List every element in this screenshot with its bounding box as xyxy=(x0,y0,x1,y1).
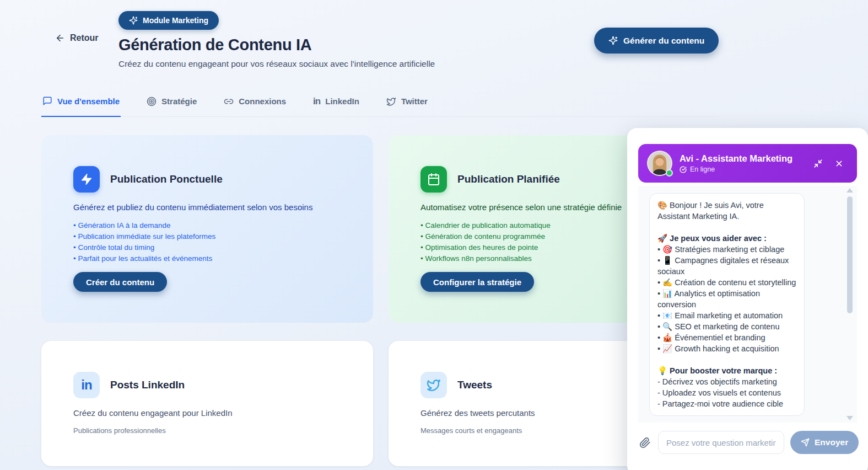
scrollbar-thumb[interactable] xyxy=(847,196,853,313)
header-block: Module Marketing Génération de Contenu I… xyxy=(118,11,435,69)
paperclip-icon xyxy=(639,437,651,448)
scroll-up-arrow[interactable] xyxy=(847,188,853,193)
page: Retour Module Marketing Génération de Co… xyxy=(0,0,868,470)
card-posts-linkedin: in Posts LinkedIn Créez du contenu engag… xyxy=(41,341,373,466)
card-description: Créez du contenu engageant pour LinkedIn xyxy=(73,408,341,418)
card-title: Posts LinkedIn xyxy=(110,379,185,391)
avatar xyxy=(647,151,672,176)
tab-label: Connexions xyxy=(239,97,286,106)
card-description: Générez et publiez du contenu immédiatem… xyxy=(73,202,341,212)
generate-content-button[interactable]: Générer du contenu xyxy=(594,28,719,54)
check-circle-icon xyxy=(680,166,687,173)
chat-message-line: • ✍️ Création de contenu et storytelling xyxy=(657,277,796,288)
chat-message-heading: 💡 Pour booster votre marque : xyxy=(657,365,796,376)
send-button-label: Envoyer xyxy=(815,437,848,447)
card-title: Publication Ponctuelle xyxy=(110,173,223,185)
card-note: Publications professionnelles xyxy=(73,426,341,435)
tab-label: LinkedIn xyxy=(325,97,359,106)
tab-strategie[interactable]: Stratégie xyxy=(145,94,198,116)
chat-message-line: • 🎪 Événementiel et branding xyxy=(657,332,796,343)
scroll-down-arrow[interactable] xyxy=(847,416,853,420)
minimize-icon xyxy=(813,159,823,168)
twitter-icon xyxy=(420,372,447,398)
feature-item: Contrôle total du timing xyxy=(73,242,341,253)
module-badge-label: Module Marketing xyxy=(143,16,208,25)
message-spacer xyxy=(657,222,796,233)
chat-message-line: • 📈 Growth hacking et acquisition xyxy=(657,343,796,354)
cards-grid: Publication Ponctuelle Générez et publie… xyxy=(41,135,720,466)
chat-widget: Avi - Assistante Marketing En ligne xyxy=(627,128,868,470)
feature-list: Génération IA à la demande Publication i… xyxy=(73,220,341,264)
card-title: Tweets xyxy=(457,379,492,391)
chat-message-line: • 📧 Email marketing et automation xyxy=(657,310,796,321)
chat-message-line: 🎨 Bonjour ! Je suis Avi, votre Assistant… xyxy=(657,200,796,222)
tab-bar: Vue d'ensemble Stratégie Connexions in L… xyxy=(41,94,718,117)
generate-content-label: Générer du contenu xyxy=(623,36,704,46)
chat-header: Avi - Assistante Marketing En ligne xyxy=(638,144,857,183)
link-icon xyxy=(224,97,234,106)
chat-message-line: - Décrivez vos objectifs marketing xyxy=(657,376,796,387)
sparkles-icon xyxy=(129,16,138,25)
chat-message-line: - Uploadez vos visuels et contenus xyxy=(657,387,796,398)
card-title: Publication Planifiée xyxy=(457,173,560,185)
chat-assistant-name: Avi - Assistante Marketing xyxy=(680,153,792,164)
chat-message-line: • 📊 Analytics et optimisation conversion xyxy=(657,288,796,310)
lightning-icon xyxy=(73,166,100,193)
sparkles-icon xyxy=(608,36,618,45)
tab-linkedin[interactable]: in LinkedIn xyxy=(312,94,360,116)
page-subtitle: Créez du contenu engageant pour vos rése… xyxy=(118,59,435,69)
chat-message-line: • 🎯 Stratégies marketing et ciblage xyxy=(657,244,796,255)
linkedin-icon: in xyxy=(73,372,100,398)
tab-twitter[interactable]: Twitter xyxy=(385,94,429,116)
arrow-left-icon xyxy=(55,33,65,43)
send-icon xyxy=(801,438,810,447)
page-title: Génération de Contenu IA xyxy=(118,36,435,54)
chat-message-line: - Partagez-moi votre audience cible xyxy=(657,398,796,409)
send-button[interactable]: Envoyer xyxy=(790,431,859,454)
tab-label: Vue d'ensemble xyxy=(57,97,120,106)
close-chat-button[interactable] xyxy=(834,159,844,168)
chat-messages-area: 🎨 Bonjour ! Je suis Avi, votre Assistant… xyxy=(638,186,857,423)
tab-vue-densemble[interactable]: Vue d'ensemble xyxy=(41,94,121,117)
online-status-dot xyxy=(666,169,673,177)
configure-strategy-button[interactable]: Configurer la stratégie xyxy=(420,272,534,292)
attach-file-button[interactable] xyxy=(638,437,652,448)
minimize-chat-button[interactable] xyxy=(813,159,823,168)
chat-question-input[interactable] xyxy=(658,431,784,454)
message-spacer xyxy=(657,354,796,365)
tab-connexions[interactable]: Connexions xyxy=(223,94,287,116)
chat-message-line: • 📱 Campagnes digitales et réseaux socia… xyxy=(657,255,796,277)
back-label: Retour xyxy=(70,33,99,43)
feature-item: Génération IA à la demande xyxy=(73,220,341,231)
chat-input-row: Envoyer xyxy=(638,431,857,454)
chat-scrollbar[interactable] xyxy=(847,188,853,420)
chat-message-heading: 🚀 Je peux vous aider avec : xyxy=(657,233,796,244)
twitter-icon xyxy=(386,97,396,106)
module-badge: Module Marketing xyxy=(118,11,219,30)
calendar-icon xyxy=(420,166,447,193)
message-square-icon xyxy=(42,96,52,106)
card-publication-ponctuelle: Publication Ponctuelle Générez et publie… xyxy=(41,135,373,323)
tab-label: Twitter xyxy=(401,97,428,106)
target-icon xyxy=(147,97,157,106)
linkedin-icon: in xyxy=(313,97,320,106)
feature-item: Parfait pour les actualités et événement… xyxy=(73,253,341,264)
online-status-label: En ligne xyxy=(690,165,715,173)
feature-item: Publication immédiate sur les plateforme… xyxy=(73,231,341,242)
tab-label: Stratégie xyxy=(161,97,197,106)
chat-message-line: • 🔍 SEO et marketing de contenu xyxy=(657,321,796,332)
back-button[interactable]: Retour xyxy=(55,33,99,43)
chat-message-bubble: 🎨 Bonjour ! Je suis Avi, votre Assistant… xyxy=(649,193,805,416)
close-icon xyxy=(834,159,844,168)
create-content-button[interactable]: Créer du contenu xyxy=(73,272,167,292)
